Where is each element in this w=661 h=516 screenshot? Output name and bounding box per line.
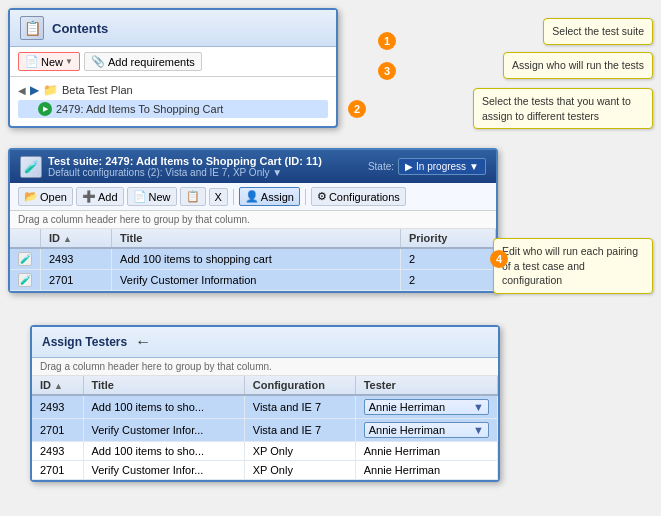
plan-label: Beta Test Plan bbox=[62, 84, 133, 96]
row-icon-cell: 🧪 bbox=[10, 270, 41, 291]
callout-4: Edit who will run each pairing of a test… bbox=[493, 238, 653, 294]
new-suite-icon: 📄 bbox=[133, 190, 147, 203]
test-table-row[interactable]: 🧪 2493 Add 100 items to shopping cart 2 bbox=[10, 248, 496, 270]
test-suite-header: 🧪 Test suite: 2479: Add Items to Shoppin… bbox=[10, 150, 496, 183]
tester-select[interactable]: Annie Herriman ▼ bbox=[364, 399, 489, 415]
tester-select[interactable]: Annie Herriman ▼ bbox=[364, 422, 489, 438]
assign-label: Assign bbox=[261, 191, 294, 203]
toolbar-separator2 bbox=[305, 189, 306, 205]
badge-3: 3 bbox=[378, 62, 396, 80]
state-dropdown-icon: ▼ bbox=[469, 161, 479, 172]
contents-icon: 📋 bbox=[20, 16, 44, 40]
assign-button[interactable]: 👤 Assign bbox=[239, 187, 300, 206]
contents-title: Contents bbox=[52, 21, 108, 36]
row-title: Verify Customer Information bbox=[112, 270, 401, 291]
add-requirements-button[interactable]: 📎 Add requirements bbox=[84, 52, 202, 71]
assign-arrow-icon: ← bbox=[135, 333, 151, 351]
suite-title-area: 🧪 Test suite: 2479: Add Items to Shoppin… bbox=[20, 155, 322, 178]
assign-table-row[interactable]: 2493 Add 100 items to sho... XP Only Ann… bbox=[32, 442, 498, 461]
row-id: 2493 bbox=[41, 248, 112, 270]
tree-plan-item[interactable]: ◀ ▶ 📁 Beta Test Plan bbox=[18, 81, 328, 99]
suite-title: Test suite: 2479: Add Items to Shopping … bbox=[48, 155, 322, 167]
delete-button[interactable]: X bbox=[209, 188, 228, 206]
add-label: Add bbox=[98, 191, 118, 203]
assign-row-title: Add 100 items to sho... bbox=[83, 442, 244, 461]
row-priority: 2 bbox=[400, 248, 495, 270]
add-req-icon: 📎 bbox=[91, 55, 105, 68]
assign-row-id: 2701 bbox=[32, 419, 83, 442]
new-suite-button[interactable]: 📄 New bbox=[127, 187, 177, 206]
contents-tree: ◀ ▶ 📁 Beta Test Plan ▶ 2479: Add Items T… bbox=[10, 77, 336, 126]
callout-1-text: Select the test suite bbox=[552, 25, 644, 37]
assign-row-id: 2493 bbox=[32, 442, 83, 461]
config-dropdown-icon[interactable]: ▼ bbox=[272, 167, 282, 178]
test-table-row[interactable]: 🧪 2701 Verify Customer Information 2 bbox=[10, 270, 496, 291]
new-icon: 📄 bbox=[25, 55, 39, 68]
contents-panel: 📋 Contents 📄 New ▼ 📎 Add requirements ◀ … bbox=[8, 8, 338, 128]
assign-icon: 👤 bbox=[245, 190, 259, 203]
row-title: Add 100 items to shopping cart bbox=[112, 248, 401, 270]
plan-folder-icon: 📁 bbox=[43, 83, 58, 97]
suite-info: Test suite: 2479: Add Items to Shopping … bbox=[48, 155, 322, 178]
callout-3: Assign who will run the tests bbox=[503, 52, 653, 79]
callout-2-text: Select the tests that you want to assign… bbox=[482, 95, 631, 122]
assign-drag-hint: Drag a column header here to group by th… bbox=[32, 358, 498, 376]
new-button[interactable]: 📄 New ▼ bbox=[18, 52, 80, 71]
tester-dropdown-icon: ▼ bbox=[473, 401, 484, 413]
assign-title: Assign Testers bbox=[42, 335, 127, 349]
new-suite-label: New bbox=[149, 191, 171, 203]
assign-table-body: 2493 Add 100 items to sho... Vista and I… bbox=[32, 395, 498, 480]
copy-icon: 📋 bbox=[186, 190, 200, 203]
callout-2: Select the tests that you want to assign… bbox=[473, 88, 653, 129]
suite-icon: 🧪 bbox=[20, 156, 42, 178]
configurations-button[interactable]: ⚙ Configurations bbox=[311, 187, 406, 206]
contents-toolbar: 📄 New ▼ 📎 Add requirements bbox=[10, 47, 336, 77]
tester-value: Annie Herriman bbox=[369, 401, 445, 413]
callout-4-text: Edit who will run each pairing of a test… bbox=[502, 245, 638, 286]
callout-1: Select the test suite bbox=[543, 18, 653, 45]
callout-3-text: Assign who will run the tests bbox=[512, 59, 644, 71]
assign-col-title[interactable]: Title bbox=[83, 376, 244, 395]
assign-col-config[interactable]: Configuration bbox=[244, 376, 355, 395]
state-area: State: ▶ In progress ▼ bbox=[368, 158, 486, 175]
play-icon: ▶ bbox=[38, 102, 52, 116]
badge-4: 4 bbox=[490, 250, 508, 268]
row-icon: 🧪 bbox=[18, 252, 32, 266]
badge-2: 2 bbox=[348, 100, 366, 118]
config-icon: ⚙ bbox=[317, 190, 327, 203]
col-title-header[interactable]: Title bbox=[112, 229, 401, 248]
row-id: 2701 bbox=[41, 270, 112, 291]
assign-col-tester[interactable]: Tester bbox=[355, 376, 497, 395]
col-id-header[interactable]: ID ▲ bbox=[41, 229, 112, 248]
assign-testers-panel: Assign Testers ← Drag a column header he… bbox=[30, 325, 500, 482]
col-priority-header[interactable]: Priority bbox=[400, 229, 495, 248]
state-button[interactable]: ▶ In progress ▼ bbox=[398, 158, 486, 175]
assign-table-row[interactable]: 2493 Add 100 items to sho... Vista and I… bbox=[32, 395, 498, 419]
sort-id-icon: ▲ bbox=[63, 234, 72, 244]
assign-table-header-row: ID ▲ Title Configuration Tester bbox=[32, 376, 498, 395]
tree-expand-icon: ◀ bbox=[18, 85, 26, 96]
tester-value: Annie Herriman bbox=[364, 464, 440, 476]
copy-button[interactable]: 📋 bbox=[180, 187, 206, 206]
state-value: In progress bbox=[416, 161, 466, 172]
sub-item-label: 2479: Add Items To Shopping Cart bbox=[56, 103, 223, 115]
add-button[interactable]: ➕ Add bbox=[76, 187, 124, 206]
row-priority: 2 bbox=[400, 270, 495, 291]
new-label: New bbox=[41, 56, 63, 68]
dropdown-arrow-icon: ▼ bbox=[65, 57, 73, 66]
test-table-header-row: ID ▲ Title Priority bbox=[10, 229, 496, 248]
assign-table-row[interactable]: 2701 Verify Customer Infor... XP Only An… bbox=[32, 461, 498, 480]
contents-header: 📋 Contents bbox=[10, 10, 336, 47]
assign-table: ID ▲ Title Configuration Tester 2493 Add… bbox=[32, 376, 498, 480]
row-icon-cell: 🧪 bbox=[10, 248, 41, 270]
assign-header: Assign Testers ← bbox=[32, 327, 498, 358]
assign-table-row[interactable]: 2701 Verify Customer Infor... Vista and … bbox=[32, 419, 498, 442]
tree-sub-item[interactable]: ▶ 2479: Add Items To Shopping Cart bbox=[18, 100, 328, 118]
test-suite-toolbar: 📂 Open ➕ Add 📄 New 📋 X 👤 Assign ⚙ Config… bbox=[10, 183, 496, 211]
suite-subtitle: Default configurations (2): Vista and IE… bbox=[48, 167, 322, 178]
assign-col-id[interactable]: ID ▲ bbox=[32, 376, 83, 395]
assign-row-id: 2493 bbox=[32, 395, 83, 419]
assign-row-config: XP Only bbox=[244, 461, 355, 480]
state-play-icon: ▶ bbox=[405, 161, 413, 172]
open-button[interactable]: 📂 Open bbox=[18, 187, 73, 206]
